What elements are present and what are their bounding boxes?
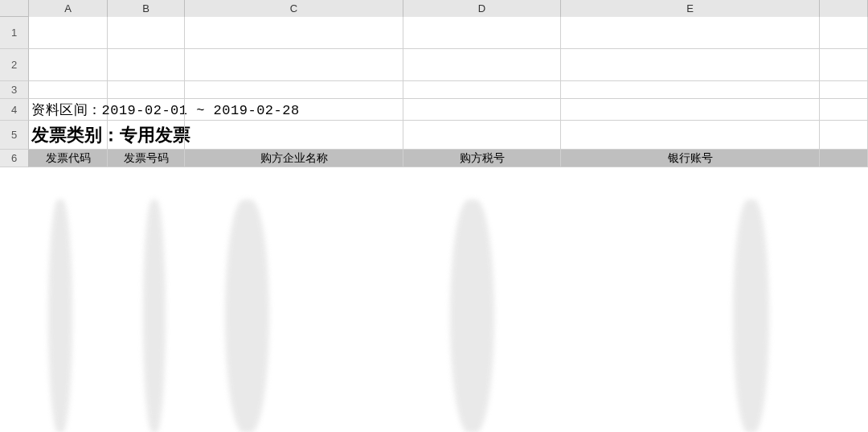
cell[interactable] xyxy=(820,99,868,121)
cell[interactable] xyxy=(108,121,185,150)
cell[interactable] xyxy=(108,17,185,49)
col-header-F-partial[interactable] xyxy=(820,0,868,17)
header-partial[interactable] xyxy=(820,150,868,167)
cell[interactable] xyxy=(403,49,561,81)
header-buyer-name[interactable]: 购方企业名称 xyxy=(185,150,403,167)
row-header[interactable]: 2 xyxy=(0,49,29,81)
cell[interactable] xyxy=(185,121,403,150)
row-header[interactable]: 4 xyxy=(0,99,29,121)
cell[interactable] xyxy=(403,17,561,49)
column-header-row: A B C D E xyxy=(0,0,868,17)
grid-row: 4 资料区间：2019-02-01 ~ 2019-02-28 xyxy=(0,99,868,121)
header-invoice-number[interactable]: 发票号码 xyxy=(108,150,185,167)
header-bank-account[interactable]: 银行账号 xyxy=(561,150,820,167)
header-buyer-tax-id[interactable]: 购方税号 xyxy=(403,150,561,167)
cell[interactable] xyxy=(820,81,868,99)
grid-row: 1 xyxy=(0,17,868,49)
col-header-C[interactable]: C xyxy=(185,0,403,17)
spreadsheet[interactable]: A B C D E 1 2 3 xyxy=(0,0,868,432)
col-header-B[interactable]: B xyxy=(108,0,185,17)
grid-row: 3 xyxy=(0,81,868,99)
cell[interactable] xyxy=(820,17,868,49)
cell[interactable] xyxy=(108,99,185,121)
col-header-D[interactable]: D xyxy=(403,0,561,17)
grid-row: 5 发票类别：专用发票 xyxy=(0,121,868,150)
cell[interactable] xyxy=(29,49,108,81)
cell[interactable] xyxy=(561,99,820,121)
table-header-row: 6 发票代码 发票号码 购方企业名称 购方税号 银行账号 xyxy=(0,150,868,167)
cell[interactable] xyxy=(29,17,108,49)
grid-body: 1 2 3 4 xyxy=(0,17,868,167)
row-header[interactable]: 6 xyxy=(0,150,29,167)
cell[interactable] xyxy=(820,121,868,150)
cell[interactable] xyxy=(108,81,185,99)
cell-invoice-type[interactable]: 发票类别：专用发票 xyxy=(29,121,108,150)
row-header[interactable]: 5 xyxy=(0,121,29,150)
col-header-A[interactable]: A xyxy=(29,0,108,17)
cell[interactable] xyxy=(185,99,403,121)
cell[interactable] xyxy=(561,81,820,99)
cell[interactable] xyxy=(561,121,820,150)
cell[interactable] xyxy=(185,81,403,99)
cell[interactable] xyxy=(108,49,185,81)
cell[interactable] xyxy=(403,121,561,150)
grid-row: 2 xyxy=(0,49,868,81)
row-header[interactable]: 1 xyxy=(0,17,29,49)
col-header-E[interactable]: E xyxy=(561,0,820,17)
cell[interactable] xyxy=(185,49,403,81)
select-all-corner[interactable] xyxy=(0,0,29,17)
cell[interactable] xyxy=(561,17,820,49)
cell[interactable] xyxy=(820,49,868,81)
cell[interactable] xyxy=(561,49,820,81)
cell[interactable] xyxy=(185,17,403,49)
cell[interactable] xyxy=(403,99,561,121)
header-invoice-code[interactable]: 发票代码 xyxy=(29,150,108,167)
cell[interactable] xyxy=(403,81,561,99)
cell-date-range[interactable]: 资料区间：2019-02-01 ~ 2019-02-28 xyxy=(29,99,108,121)
row-header[interactable]: 3 xyxy=(0,81,29,99)
cell[interactable] xyxy=(29,81,108,99)
